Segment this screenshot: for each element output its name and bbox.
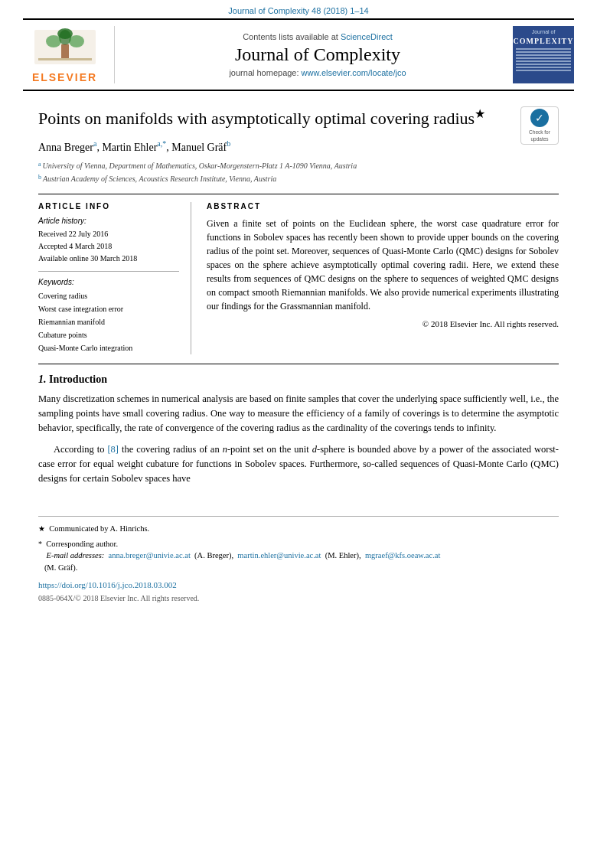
elsevier-logo-block: ELSEVIER [23, 26, 115, 83]
issn-line: 0885-064X/© 2018 Elsevier Inc. All right… [0, 592, 597, 604]
sciencedirect-link[interactable]: ScienceDirect [341, 32, 393, 41]
article-info-label: ARTICLE INFO [38, 202, 179, 210]
svg-rect-2 [61, 44, 69, 58]
elsevier-tree-icon [31, 26, 100, 68]
doi-link[interactable]: https://doi.org/10.1016/j.jco.2018.03.00… [0, 577, 597, 592]
journal-header: ELSEVIER Contents lists available at Sci… [23, 20, 574, 91]
check-icon: ✓ [530, 109, 549, 127]
page: Journal of Complexity 48 (2018) 1–14 ELS… [0, 0, 597, 868]
abstract-label: ABSTRACT [207, 202, 559, 210]
journal-title: Journal of Complexity [235, 44, 400, 65]
intro-paragraph-1: Many discretization schemes in numerical… [38, 392, 559, 436]
accepted-date: Accepted 4 March 2018 [38, 240, 179, 253]
title-row: Points on manifolds with asymptotically … [38, 106, 559, 194]
elsevier-wordmark: ELSEVIER [32, 71, 97, 83]
homepage-line: journal homepage: www.elsevier.com/locat… [229, 68, 406, 77]
affil-a: a University of Vienna, Department of Ma… [38, 160, 485, 171]
svg-rect-6 [38, 58, 92, 60]
article-title: Points on manifolds with asymptotically … [38, 106, 485, 130]
author-sup-a2: a,* [157, 139, 166, 148]
affil-a-sup: a [38, 160, 41, 169]
body-top-divider [38, 364, 559, 364]
contents-line: Contents lists available at ScienceDirec… [243, 32, 393, 41]
svg-point-3 [46, 35, 61, 47]
cover-journal-text: Journal of [532, 29, 556, 35]
history-label: Article history: [38, 217, 179, 225]
check-updates-label: Check for updates [521, 129, 558, 142]
copyright-line: © 2018 Elsevier Inc. All rights reserved… [207, 319, 559, 328]
article-title-block: Points on manifolds with asymptotically … [38, 106, 485, 194]
keywords-divider [38, 271, 179, 272]
intro-paragraph-2: According to [8] the covering radius of … [38, 442, 559, 487]
cover-complexity-text: COMPLEXITY [514, 37, 574, 45]
affil-b: b Austrian Academy of Sciences, Acoustic… [38, 173, 485, 184]
keyword-3: Riemannian manifold [38, 315, 179, 328]
cover-decorative-lines [516, 48, 571, 73]
footnote-corresponding: * Corresponding author. E-mail addresses… [0, 538, 597, 574]
email-breger[interactable]: anna.breger@univie.ac.at [108, 551, 190, 560]
keyword-4: Cubature points [38, 328, 179, 341]
footnote-communicated: ★ Communicated by A. Hinrichs. [0, 523, 597, 535]
keyword-5: Quasi-Monte Carlo integration [38, 341, 179, 354]
journal-citation: Journal of Complexity 48 (2018) 1–14 [0, 0, 597, 18]
introduction-section: 1. Introduction Many discretization sche… [38, 374, 559, 487]
journal-cover-thumbnail: Journal of COMPLEXITY [513, 26, 574, 83]
two-col-section: ARTICLE INFO Article history: Received 2… [38, 202, 559, 354]
affiliations-block: a University of Vienna, Department of Ma… [38, 160, 485, 184]
article-info-col: ARTICLE INFO Article history: Received 2… [38, 202, 191, 354]
keywords-label: Keywords: [38, 278, 179, 286]
main-content: Points on manifolds with asymptotically … [0, 91, 597, 508]
check-updates-badge: ✓ Check for updates [520, 106, 559, 145]
homepage-url[interactable]: www.elsevier.com/locate/jco [302, 68, 406, 77]
received-date: Received 22 July 2016 [38, 228, 179, 240]
svg-point-4 [69, 35, 84, 47]
available-date: Available online 30 March 2018 [38, 253, 179, 265]
affil-b-sup: b [38, 173, 41, 182]
author-sup-b: b [227, 139, 230, 148]
footnotes-divider [38, 516, 559, 517]
svg-point-5 [57, 28, 73, 39]
ref-8-link[interactable]: [8] [107, 444, 119, 455]
title-footnote-star: ★ [475, 107, 485, 120]
article-info-top-divider [38, 194, 559, 194]
abstract-text: Given a finite set of points on the Eucl… [207, 217, 559, 313]
email-graef[interactable]: mgraef@kfs.oeaw.ac.at [365, 551, 440, 560]
email-ehler[interactable]: martin.ehler@univie.ac.at [237, 551, 321, 560]
keyword-2: Worst case integration error [38, 302, 179, 315]
introduction-title: 1. Introduction [38, 374, 559, 386]
abstract-col: ABSTRACT Given a finite set of points on… [207, 202, 559, 354]
journal-center-block: Contents lists available at ScienceDirec… [122, 26, 513, 83]
authors-line: Anna Bregera, Martin Ehlera,*, Manuel Gr… [38, 139, 485, 154]
keyword-1: Covering radius [38, 289, 179, 302]
